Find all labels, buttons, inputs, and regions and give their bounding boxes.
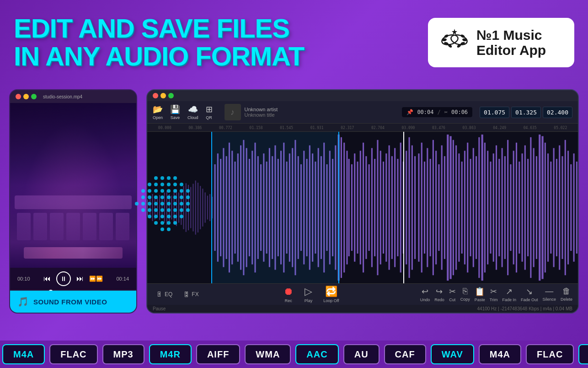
fade-in-btn[interactable]: ↗Fade In bbox=[502, 287, 516, 302]
copy-icon: ⎘ bbox=[463, 287, 468, 296]
format-bar: M4AFLACMP3M4RAIFFWMAAACAUCAFWAVM4AFLACMP… bbox=[0, 341, 588, 368]
svg-rect-35 bbox=[205, 192, 206, 222]
svg-rect-124 bbox=[458, 153, 460, 261]
daw-minimize-btn[interactable] bbox=[160, 93, 166, 98]
copy-btn[interactable]: ⎘Copy bbox=[460, 287, 470, 302]
svg-rect-116 bbox=[435, 151, 437, 264]
svg-rect-145 bbox=[519, 162, 520, 254]
ruler-mark: 03.090 bbox=[393, 126, 424, 130]
svg-rect-157 bbox=[553, 148, 555, 267]
svg-rect-89 bbox=[357, 162, 358, 254]
svg-rect-98 bbox=[383, 162, 384, 254]
daw-close-btn[interactable] bbox=[153, 93, 158, 98]
cut-icon: ✂ bbox=[449, 287, 456, 297]
daw-mockup: 📂 Open 💾 Save ☁️ Cloud ⊞ QR ♪ Unknown ar… bbox=[146, 89, 579, 314]
svg-rect-109 bbox=[414, 156, 416, 259]
fast-forward-btn[interactable]: ⏭ bbox=[76, 275, 84, 283]
time-box-3[interactable]: 02.400 bbox=[543, 107, 572, 118]
sound-from-video-btn[interactable]: 🎵 SOUND FROM VIDEO bbox=[10, 291, 136, 313]
svg-rect-137 bbox=[496, 146, 497, 270]
play-btn[interactable]: ▷ Play bbox=[305, 286, 313, 303]
svg-rect-133 bbox=[484, 143, 486, 273]
total-time: 00:06 bbox=[451, 109, 468, 115]
fx-btn[interactable]: 🎛 FX bbox=[180, 289, 202, 300]
svg-rect-32 bbox=[198, 183, 198, 233]
format-tag-aiff: AIFF bbox=[196, 344, 240, 364]
phone-video-area bbox=[10, 103, 136, 268]
undo-icon: ↩ bbox=[422, 287, 428, 297]
svg-rect-161 bbox=[565, 140, 566, 276]
eq-btn[interactable]: 🎚 EQ bbox=[153, 289, 176, 300]
ruler-mark: 02.704 bbox=[363, 126, 393, 130]
svg-rect-152 bbox=[539, 135, 540, 281]
svg-rect-95 bbox=[374, 159, 375, 256]
svg-rect-128 bbox=[470, 159, 471, 256]
svg-rect-130 bbox=[476, 156, 477, 259]
timeline-ruler: 00.00000.38600.77201.15801.54501.93102.3… bbox=[147, 124, 578, 132]
waveform-container[interactable]: 00.00000.38600.77201.15801.54501.93102.3… bbox=[147, 124, 578, 283]
cut-btn[interactable]: ✂Cut bbox=[449, 287, 456, 302]
svg-rect-147 bbox=[524, 146, 526, 270]
phone-mockup: studio-session.mp4 bbox=[9, 89, 137, 314]
rec-btn[interactable]: ⏺ Rec bbox=[283, 286, 294, 303]
svg-rect-127 bbox=[467, 143, 468, 273]
redo-icon: ↪ bbox=[436, 287, 443, 297]
ruler-marks: 00.00000.38600.77201.15801.54501.93102.3… bbox=[147, 126, 578, 130]
paste-btn[interactable]: 📋Paste bbox=[475, 287, 485, 302]
silence-btn[interactable]: —Silence bbox=[542, 287, 556, 302]
format-tag-m4a: M4A bbox=[479, 344, 521, 364]
svg-rect-115 bbox=[433, 140, 434, 276]
undo-btn[interactable]: ↩Undo bbox=[420, 287, 430, 302]
svg-rect-111 bbox=[421, 143, 422, 273]
time-boxes: 01.075 01.325 02.400 bbox=[480, 107, 572, 118]
badge-area: №1 Music Editor App bbox=[428, 18, 574, 67]
ruler-mark: 01.545 bbox=[271, 126, 302, 130]
ruler-mark: 00.772 bbox=[210, 126, 241, 130]
trim-btn[interactable]: ✂Trim bbox=[490, 287, 498, 302]
time-box-2[interactable]: 01.325 bbox=[511, 107, 541, 118]
svg-rect-143 bbox=[513, 151, 514, 264]
loop-btn[interactable]: 🔁 Loop Off bbox=[323, 286, 339, 303]
svg-rect-156 bbox=[550, 162, 551, 254]
svg-rect-138 bbox=[498, 159, 500, 256]
fx-icon: 🎛 bbox=[183, 291, 190, 298]
format-tag-aac: AAC bbox=[295, 344, 338, 364]
ruler-mark: 04.249 bbox=[484, 126, 515, 130]
svg-rect-149 bbox=[530, 137, 531, 278]
play-icon: ▷ bbox=[305, 286, 312, 298]
svg-rect-123 bbox=[455, 146, 457, 270]
delete-btn[interactable]: 🗑Delete bbox=[561, 287, 572, 302]
phone-controls: 00:10 ⏮ ⏸ ⏭ ⏩⏩ 00:14 bbox=[10, 268, 136, 290]
maximize-btn[interactable] bbox=[31, 94, 37, 99]
svg-rect-122 bbox=[453, 140, 454, 276]
music-video-icon: 🎵 bbox=[17, 296, 29, 307]
time-box-1[interactable]: 01.075 bbox=[480, 107, 509, 118]
svg-rect-93 bbox=[369, 164, 370, 251]
svg-rect-101 bbox=[391, 156, 393, 259]
qr-btn[interactable]: ⊞ QR bbox=[206, 104, 213, 120]
ruler-mark: 04.635 bbox=[515, 126, 545, 130]
daw-maximize-btn[interactable] bbox=[168, 93, 174, 98]
rewind-btn[interactable]: ⏮ bbox=[43, 275, 51, 283]
skip-btn[interactable]: ⏩⏩ bbox=[89, 276, 103, 282]
fade-out-btn[interactable]: ↘Fade Out bbox=[521, 287, 538, 302]
svg-rect-146 bbox=[521, 153, 523, 261]
save-btn[interactable]: 💾 Save bbox=[170, 104, 180, 120]
ruler-mark: 02.317 bbox=[332, 126, 363, 130]
svg-rect-107 bbox=[408, 137, 410, 278]
redo-btn[interactable]: ↪Redo bbox=[434, 287, 444, 302]
svg-rect-113 bbox=[427, 148, 428, 267]
svg-rect-148 bbox=[527, 159, 529, 256]
svg-rect-132 bbox=[481, 135, 483, 281]
track-artist: Unknown artist bbox=[245, 107, 278, 112]
minimize-btn[interactable] bbox=[23, 94, 29, 99]
close-btn[interactable] bbox=[16, 94, 21, 99]
cloud-btn[interactable]: ☁️ Cloud bbox=[187, 104, 198, 120]
pause-btn[interactable]: ⏸ bbox=[56, 271, 71, 286]
ruler-mark: 03.476 bbox=[423, 126, 454, 130]
cloud-icon: ☁️ bbox=[188, 104, 198, 114]
waveform-area[interactable] bbox=[147, 132, 578, 283]
open-btn[interactable]: 📂 Open bbox=[153, 104, 163, 120]
headline: EDIT AND SAVE FILES IN ANY AUDIO FORMAT bbox=[14, 15, 428, 70]
laurel-icon bbox=[441, 26, 468, 59]
